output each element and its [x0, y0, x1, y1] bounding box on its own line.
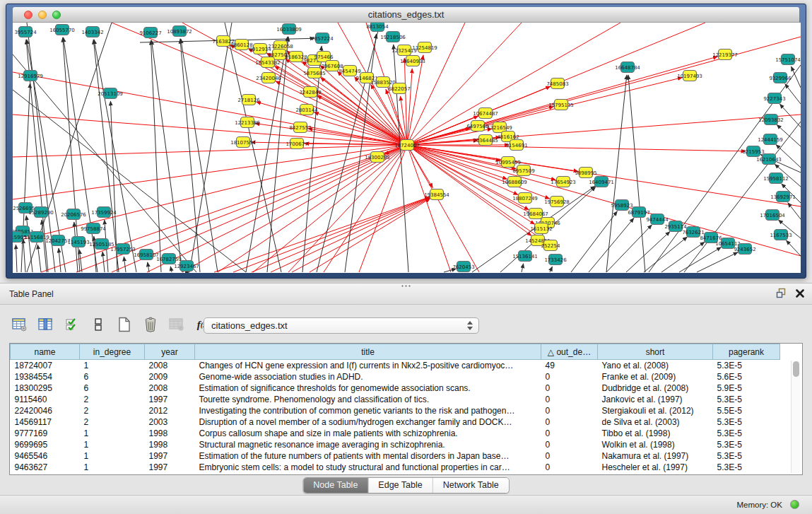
- table-cell[interactable]: 2008: [145, 360, 195, 371]
- rows-icon[interactable]: [90, 316, 107, 333]
- graph-edge[interactable]: [246, 37, 288, 272]
- table-cell[interactable]: 0: [541, 450, 598, 462]
- table-cell[interactable]: 0: [541, 371, 598, 382]
- graph-edge[interactable]: [23, 239, 25, 272]
- new-file-icon[interactable]: [116, 316, 133, 333]
- graph-edge[interactable]: [148, 262, 149, 272]
- graph-edge[interactable]: [407, 23, 620, 145]
- memory-status-icon[interactable]: [790, 500, 799, 509]
- column-header-in_degree[interactable]: in_degree: [80, 344, 145, 360]
- column-header-short[interactable]: short: [598, 344, 713, 360]
- table-vertical-scrollbar[interactable]: [791, 361, 800, 473]
- table-cell[interactable]: 5.5E-5: [713, 405, 780, 416]
- graph-edge[interactable]: [404, 58, 407, 145]
- table-cell[interactable]: 5.9E-5: [713, 382, 780, 394]
- graph-edge[interactable]: [37, 245, 41, 272]
- table-cell[interactable]: Corpus callosum shape and size in male p…: [195, 428, 541, 439]
- table-cell[interactable]: 0: [541, 462, 598, 473]
- table-cell[interactable]: Genome-wide association studies in ADHD.: [195, 371, 541, 382]
- table-cell[interactable]: 1998: [145, 428, 195, 439]
- table-cell[interactable]: 1: [80, 360, 145, 371]
- column-header-title[interactable]: title: [195, 344, 541, 360]
- row-select-icon[interactable]: [64, 316, 81, 333]
- table-cell[interactable]: Stergiakouli et al. (2012): [598, 405, 713, 416]
- table-cell[interactable]: Changes of HCN gene expression and I(f) …: [195, 360, 541, 371]
- close-panel-icon[interactable]: [795, 288, 805, 298]
- table-cell[interactable]: Dudbridge et al. (2008): [598, 382, 713, 394]
- graph-edge[interactable]: [182, 145, 407, 272]
- table-cell[interactable]: 5.3E-5: [713, 416, 780, 428]
- table-cell[interactable]: Yano et al. (2008): [598, 360, 713, 371]
- graph-edge[interactable]: [407, 23, 465, 145]
- graph-edge[interactable]: [522, 264, 524, 272]
- graph-edge[interactable]: [112, 23, 407, 145]
- graph-edge[interactable]: [292, 198, 430, 272]
- tab-node-table[interactable]: Node Table: [303, 478, 368, 493]
- table-cell[interactable]: Disruption of a novel member of a sodium…: [195, 416, 541, 428]
- table-row[interactable]: 946554611997Estimation of the future num…: [11, 450, 780, 462]
- table-cell[interactable]: 14569117: [11, 416, 80, 428]
- graph-edge[interactable]: [21, 83, 30, 272]
- table-cell[interactable]: 0: [541, 405, 598, 416]
- graph-edge[interactable]: [252, 197, 430, 272]
- column-header-out_de[interactable]: △ out_de…: [541, 344, 598, 360]
- graph-edge[interactable]: [606, 225, 652, 272]
- table-settings-icon[interactable]: [11, 316, 28, 333]
- table-cell[interactable]: 2003: [145, 416, 195, 428]
- table-cell[interactable]: 49: [541, 360, 598, 371]
- table-cell[interactable]: Nakamura et al. (1997): [598, 450, 713, 462]
- graph-edge[interactable]: [407, 145, 555, 180]
- graph-edge[interactable]: [407, 145, 507, 179]
- table-cell[interactable]: 18724007: [11, 360, 80, 371]
- scrollbar-thumb[interactable]: [793, 361, 799, 377]
- table-cell[interactable]: 0: [541, 394, 598, 405]
- table-cell[interactable]: Embryonic stem cells: a model to study s…: [195, 462, 541, 473]
- table-row[interactable]: 977716911998Corpus callosum shape and si…: [11, 428, 780, 439]
- table-cell[interactable]: 0: [541, 428, 598, 439]
- table-cell[interactable]: 0: [541, 439, 598, 450]
- table-cell[interactable]: Tibbo et al. (1998): [598, 428, 713, 439]
- table-cell[interactable]: 5.3E-5: [713, 439, 780, 450]
- tab-edge-table[interactable]: Edge Table: [368, 478, 433, 493]
- table-cell[interactable]: 1: [80, 439, 145, 450]
- graph-edge[interactable]: [628, 75, 645, 272]
- minimize-window-icon[interactable]: [38, 11, 47, 19]
- table-cell[interactable]: 1: [80, 428, 145, 439]
- table-cell[interactable]: 9699695: [11, 439, 80, 450]
- graph-edge[interactable]: [16, 245, 17, 272]
- graph-edge[interactable]: [785, 84, 801, 104]
- table-cell[interactable]: Estimation of the future numbers of pati…: [195, 450, 541, 462]
- graph-edge[interactable]: [170, 267, 172, 272]
- table-cell[interactable]: 5.6E-5: [713, 371, 780, 382]
- table-cell[interactable]: 2: [80, 405, 145, 416]
- graph-edge[interactable]: [571, 211, 617, 272]
- graph-edge[interactable]: [394, 45, 408, 272]
- column-header-pagerank[interactable]: pagerank: [713, 344, 780, 360]
- graph-edge[interactable]: [324, 145, 407, 272]
- table-cell[interactable]: 18300295: [11, 382, 80, 394]
- column-header-year[interactable]: year: [145, 344, 195, 360]
- table-row[interactable]: 1830029562008Estimation of significance …: [11, 382, 780, 394]
- table-cell[interactable]: 0: [541, 416, 598, 428]
- graph-edge[interactable]: [407, 55, 423, 145]
- network-view-canvas[interactable]: 1872400771638228860128891293423226058982…: [13, 23, 801, 273]
- table-cell[interactable]: de Silva et al. (2003): [598, 416, 713, 428]
- graph-edge[interactable]: [407, 145, 746, 151]
- column-visibility-icon[interactable]: [37, 316, 54, 333]
- table-cell[interactable]: 5.3E-5: [713, 428, 780, 439]
- graph-edge[interactable]: [13, 72, 407, 145]
- table-cell[interactable]: 9463627: [11, 462, 80, 473]
- graph-edge[interactable]: [41, 145, 407, 272]
- table-row[interactable]: 911546021997Tourette syndrome. Phenomeno…: [11, 394, 780, 405]
- table-cell[interactable]: 1997: [145, 462, 195, 473]
- graph-edge[interactable]: [407, 78, 682, 145]
- column-header-name[interactable]: name: [11, 344, 80, 360]
- graph-edge[interactable]: [407, 145, 801, 256]
- table-cell[interactable]: 1: [80, 450, 145, 462]
- table-cell[interactable]: 5.3E-5: [713, 462, 780, 473]
- graph-edge[interactable]: [697, 252, 738, 272]
- table-row[interactable]: 2242004622012Investigating the contribut…: [11, 405, 780, 416]
- table-cell[interactable]: 5.3E-5: [713, 360, 780, 371]
- zoom-window-icon[interactable]: [52, 11, 61, 19]
- table-cell[interactable]: 1997: [145, 450, 195, 462]
